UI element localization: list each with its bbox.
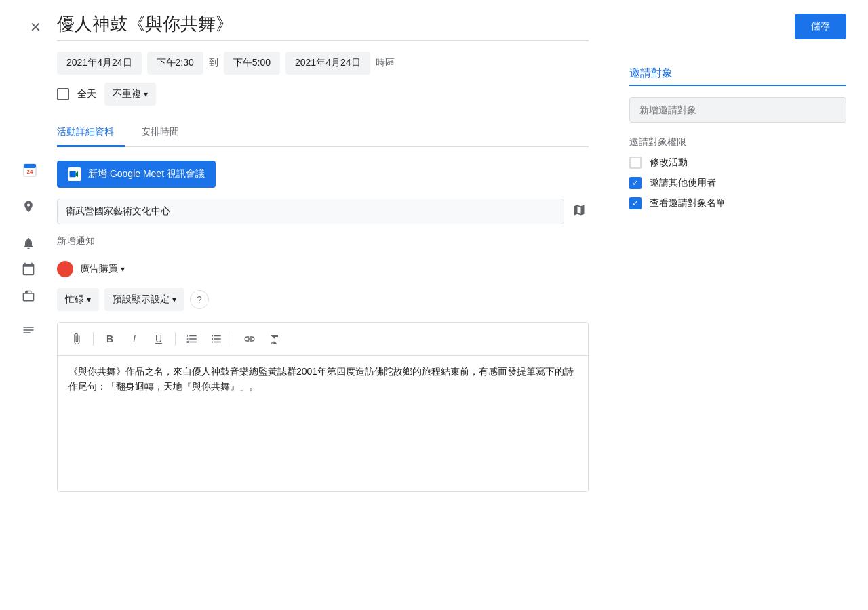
description-row: B I U — [22, 322, 589, 492]
save-button[interactable]: 儲存 — [795, 14, 846, 39]
start-date-button[interactable]: 2021年4月24日 — [57, 52, 142, 75]
permission-row-2: 查看邀請對象名單 — [629, 197, 846, 209]
notification-row: 新增通知 — [22, 235, 589, 250]
meet-content: 新增 Google Meet 視訊會議 — [57, 161, 589, 188]
calendar-icon — [22, 261, 57, 276]
briefcase-icon — [22, 288, 57, 303]
chevron-down-icon: ▾ — [87, 295, 91, 304]
map-icon-button[interactable] — [570, 201, 589, 223]
svg-rect-1 — [24, 164, 36, 168]
bold-button[interactable]: B — [99, 328, 121, 350]
remove-format-button[interactable] — [263, 328, 285, 350]
tab-event-details[interactable]: 活動詳細資料 — [57, 119, 125, 147]
location-content — [57, 199, 589, 224]
description-text[interactable]: 《與你共舞》作品之名，來自優人神鼓音樂總監黃誌群2001年第四度造訪佛陀故鄉的旅… — [58, 356, 588, 491]
allday-repeat-row: 全天 不重複 ▾ — [57, 83, 589, 106]
description-icon — [22, 322, 57, 337]
visibility-label: 預設顯示設定 — [113, 293, 170, 306]
end-date-button[interactable]: 2021年4月24日 — [285, 52, 370, 75]
description-editor: B I U — [57, 322, 589, 492]
status-content: 忙碌 ▾ 預設顯示設定 ▾ ? — [57, 288, 589, 311]
meet-row: 24 新增 Google Meet 視訊會議 — [22, 161, 589, 188]
add-notification-link[interactable]: 新增通知 — [57, 235, 95, 246]
tabs-row: 活動詳細資料 安排時間 — [57, 119, 589, 147]
description-content: B I U — [57, 322, 589, 492]
google-meet-logo — [68, 167, 81, 181]
underline-button[interactable]: U — [148, 328, 170, 350]
permissions-title: 邀請對象權限 — [629, 136, 846, 148]
chevron-down-icon: ▾ — [121, 264, 125, 274]
permission-checkbox-2[interactable] — [629, 197, 642, 209]
invitees-section-title: 邀請對象 — [629, 66, 846, 86]
busy-dropdown[interactable]: 忙碌 ▾ — [57, 288, 99, 311]
invite-input[interactable] — [629, 97, 846, 123]
timezone-link[interactable]: 時區 — [376, 57, 395, 69]
ordered-list-button[interactable] — [181, 328, 203, 350]
permission-label-0: 修改活動 — [650, 157, 688, 169]
meet-icon-space: 24 — [22, 161, 57, 178]
toolbar-separator-3 — [233, 332, 233, 346]
end-time-button[interactable]: 下午5:00 — [224, 52, 280, 75]
location-row — [22, 199, 589, 224]
repeat-label: 不重複 — [113, 88, 141, 100]
permission-checkbox-1[interactable] — [629, 177, 642, 189]
calendar-dropdown[interactable]: 廣告購買 ▾ — [80, 263, 125, 275]
chevron-down-icon: ▾ — [172, 295, 176, 304]
allday-label: 全天 — [77, 88, 96, 100]
close-button[interactable]: ✕ — [22, 14, 49, 41]
to-separator: 到 — [209, 57, 218, 69]
help-icon-button[interactable]: ? — [190, 290, 209, 309]
calendar-row: 廣告購買 ▾ — [22, 261, 589, 277]
link-button[interactable] — [239, 328, 260, 350]
permission-label-2: 查看邀請對象名單 — [650, 197, 726, 209]
calendar-content: 廣告購買 ▾ — [57, 261, 589, 277]
repeat-dropdown[interactable]: 不重複 ▾ — [104, 83, 156, 106]
status-row: 忙碌 ▾ 預設顯示設定 ▾ ? — [22, 288, 589, 311]
toolbar-separator-2 — [175, 332, 176, 346]
busy-label: 忙碌 — [65, 293, 84, 306]
visibility-dropdown[interactable]: 預設顯示設定 ▾ — [104, 288, 184, 311]
attach-button[interactable] — [66, 328, 87, 350]
permission-label-1: 邀請其他使用者 — [650, 177, 716, 189]
permission-row-1: 邀請其他使用者 — [629, 177, 846, 189]
calendar-color-dot — [57, 261, 73, 277]
calendar-name: 廣告購買 — [80, 263, 118, 275]
svg-text:24: 24 — [27, 169, 33, 175]
unordered-list-button[interactable] — [205, 328, 227, 350]
location-input[interactable] — [57, 199, 564, 224]
editor-toolbar: B I U — [58, 323, 588, 356]
meet-button-label: 新增 Google Meet 視訊會議 — [88, 168, 205, 180]
notification-content: 新增通知 — [57, 235, 589, 247]
side-save-row: 儲存 — [629, 14, 846, 39]
chevron-down-icon: ▾ — [144, 89, 148, 99]
event-title-input[interactable] — [57, 14, 589, 41]
allday-checkbox[interactable] — [57, 88, 69, 100]
notification-icon — [22, 235, 57, 250]
tab-schedule[interactable]: 安排時間 — [141, 119, 190, 147]
permission-checkbox-0[interactable] — [629, 157, 642, 169]
start-time-button[interactable]: 下午2:30 — [147, 52, 203, 75]
italic-button[interactable]: I — [123, 328, 145, 350]
permission-row-0: 修改活動 — [629, 157, 846, 169]
datetime-row: 2021年4月24日 下午2:30 到 下午5:00 2021年4月24日 時區 — [57, 52, 589, 75]
location-icon — [22, 199, 57, 214]
toolbar-separator — [93, 332, 94, 346]
google-calendar-icon: 24 — [22, 162, 38, 178]
add-meet-button[interactable]: 新增 Google Meet 視訊會議 — [57, 161, 216, 188]
